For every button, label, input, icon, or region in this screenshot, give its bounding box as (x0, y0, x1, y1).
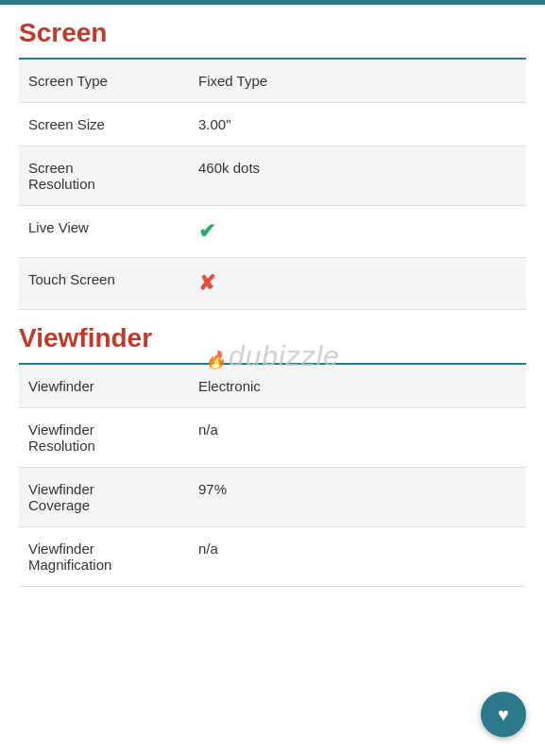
table-cell-label: Touch Screen (19, 258, 189, 310)
table-row: Touch Screen✘ (19, 258, 526, 310)
table-row: ViewfinderMagnificationn/a (19, 527, 526, 587)
table-cell-value: 3.00" (189, 103, 526, 146)
table-cell-value: ✘ (189, 258, 526, 310)
table-cell-label: Screen Type (19, 60, 189, 103)
table-cell-label: ScreenResolution (19, 146, 189, 206)
table-cell-value: Fixed Type (189, 60, 526, 103)
table-cell-value: 97% (189, 468, 526, 527)
table-row: ViewfinderResolutionn/a (19, 408, 526, 468)
heart-icon: ♥ (498, 704, 509, 726)
table-cell-label: Live View (19, 206, 189, 258)
section-screen: ScreenScreen TypeFixed TypeScreen Size3.… (0, 5, 545, 310)
table-cell-value: 460k dots (189, 146, 526, 206)
section-viewfinder: ViewfinderViewfinderElectronicViewfinder… (0, 310, 545, 587)
table-screen: Screen TypeFixed TypeScreen Size3.00"Scr… (19, 60, 526, 310)
table-row: Live View✔ (19, 206, 526, 258)
table-row: Screen TypeFixed Type (19, 60, 526, 103)
table-cell-label: ViewfinderMagnification (19, 527, 189, 587)
table-cell-label: ViewfinderResolution (19, 408, 189, 468)
table-row: ViewfinderElectronic (19, 365, 526, 408)
section-title-screen: Screen (19, 5, 526, 58)
table-cell-label: Viewfinder (19, 365, 189, 408)
checkmark-icon: ✔ (198, 219, 215, 243)
crossmark-icon: ✘ (198, 271, 215, 295)
table-cell-label: ViewfinderCoverage (19, 468, 189, 527)
section-title-viewfinder: Viewfinder (19, 310, 526, 363)
table-cell-label: Screen Size (19, 103, 189, 146)
table-cell-value: Electronic (189, 365, 526, 408)
table-viewfinder: ViewfinderElectronicViewfinderResolution… (19, 365, 526, 587)
table-row: Screen Size3.00" (19, 103, 526, 146)
table-row: ScreenResolution460k dots (19, 146, 526, 206)
table-cell-value: n/a (189, 527, 526, 587)
table-cell-value: n/a (189, 408, 526, 468)
favorite-button[interactable]: ♥ (481, 692, 526, 737)
table-cell-value: ✔ (189, 206, 526, 258)
table-row: ViewfinderCoverage97% (19, 468, 526, 527)
